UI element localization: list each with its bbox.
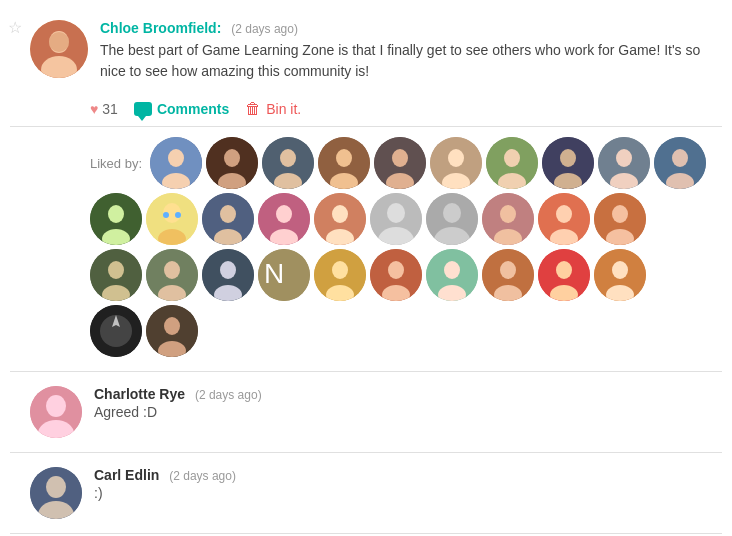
heart-icon: ♥ [90,101,98,117]
svg-point-100 [164,317,180,335]
comment-text: Agreed :D [94,404,722,420]
comment-item: Charlotte Rye (2 days ago) Agreed :D [10,372,722,453]
svg-point-91 [556,261,572,279]
svg-point-8 [224,149,240,167]
comment-body: Charlotte Rye (2 days ago) Agreed :D [94,386,722,420]
svg-point-55 [443,203,461,223]
comments-button[interactable]: Comments [134,101,229,117]
liker-avatar[interactable] [314,193,366,245]
liked-by-row-4 [90,305,722,357]
bin-label: Bin it. [266,101,301,117]
liker-avatar[interactable] [426,249,478,301]
liker-avatar[interactable] [202,249,254,301]
svg-point-26 [560,149,576,167]
liker-avatar[interactable] [598,137,650,189]
liker-avatar[interactable] [146,305,198,357]
liker-avatar[interactable] [262,137,314,189]
svg-point-20 [448,149,464,167]
comment-body: Carl Edlin (2 days ago) :) [94,467,722,501]
svg-point-46 [276,205,292,223]
post: ☆ Chloe Broomfield: (2 days ago) The bes… [10,10,722,92]
liker-avatar[interactable] [374,137,426,189]
liked-by-row-1: Liked by: [90,137,722,189]
svg-point-23 [504,149,520,167]
svg-point-88 [500,261,516,279]
svg-point-43 [220,205,236,223]
post-header: Chloe Broomfield: (2 days ago) [100,20,722,36]
liker-avatar[interactable] [430,137,482,189]
comment-timestamp: (2 days ago) [195,388,262,402]
liker-avatar[interactable] [258,193,310,245]
svg-point-85 [444,261,460,279]
svg-point-32 [672,149,688,167]
liker-avatar[interactable] [90,305,142,357]
liked-by-section: Liked by: [10,127,722,372]
svg-point-79 [332,261,348,279]
liker-avatar[interactable] [146,249,198,301]
liker-avatar[interactable] [370,249,422,301]
liked-by-row-2 [90,193,722,245]
liker-avatar[interactable] [482,193,534,245]
post-content: Chloe Broomfield: (2 days ago) The best … [100,20,722,82]
liker-avatar[interactable] [654,137,706,189]
liker-avatar[interactable] [594,193,646,245]
post-author-name[interactable]: Chloe Broomfield: [100,20,221,36]
svg-rect-77 [262,253,306,297]
svg-point-14 [336,149,352,167]
liker-avatar[interactable] [542,137,594,189]
liker-avatar[interactable] [150,137,202,189]
liked-by-row-3: N [90,249,722,301]
svg-point-67 [108,261,124,279]
liker-avatar[interactable] [538,249,590,301]
svg-point-40 [163,212,169,218]
comment-item: Carl Edlin (2 days ago) :) [10,453,722,534]
svg-point-35 [108,205,124,223]
svg-point-82 [388,261,404,279]
svg-point-17 [392,149,408,167]
comment-author-avatar [30,467,82,519]
like-button[interactable]: ♥ 31 [90,101,118,117]
svg-point-94 [612,261,628,279]
bin-button[interactable]: 🗑 Bin it. [245,100,301,118]
svg-point-58 [500,205,516,223]
liker-avatar[interactable] [90,249,142,301]
comments-section: Charlotte Rye (2 days ago) Agreed :D Car… [10,372,722,534]
comments-label: Comments [157,101,229,117]
speech-bubble-icon [134,102,152,116]
liker-avatar[interactable] [314,249,366,301]
svg-point-11 [280,149,296,167]
liker-avatar[interactable] [146,193,198,245]
liker-avatar[interactable] [482,249,534,301]
comment-timestamp: (2 days ago) [169,469,236,483]
comment-text: :) [94,485,722,501]
liker-avatar[interactable] [594,249,646,301]
liker-avatar[interactable]: N [258,249,310,301]
liker-avatar[interactable] [370,193,422,245]
liker-avatar[interactable] [318,137,370,189]
star-icon[interactable]: ☆ [8,18,22,37]
svg-point-41 [175,212,181,218]
comment-author-name[interactable]: Charlotte Rye [94,386,185,402]
svg-point-49 [332,205,348,223]
svg-point-64 [612,205,628,223]
liker-avatar[interactable] [202,193,254,245]
svg-point-29 [616,149,632,167]
svg-point-3 [49,32,69,52]
svg-point-70 [164,261,180,279]
liker-avatar[interactable] [538,193,590,245]
like-count: 31 [102,101,118,117]
svg-point-5 [168,149,184,167]
svg-point-106 [46,476,66,498]
liker-avatar[interactable] [90,193,142,245]
post-text: The best part of Game Learning Zone is t… [100,40,722,82]
liked-by-label: Liked by: [90,156,142,171]
svg-point-73 [220,261,236,279]
comment-author-avatar [30,386,82,438]
liker-avatar[interactable] [206,137,258,189]
liker-avatar[interactable] [426,193,478,245]
comment-author-name[interactable]: Carl Edlin [94,467,159,483]
actions-bar: ♥ 31 Comments 🗑 Bin it. [10,92,722,127]
liker-avatar[interactable] [486,137,538,189]
post-author-avatar [30,20,88,78]
svg-point-61 [556,205,572,223]
